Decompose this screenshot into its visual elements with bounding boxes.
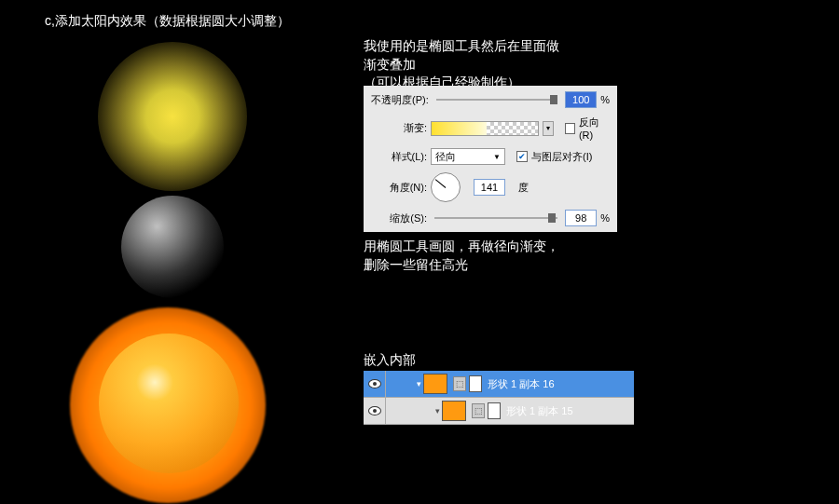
gray-highlight-sphere — [121, 196, 224, 298]
layer-thumbnail — [423, 374, 447, 394]
chevron-down-icon: ▼ — [493, 153, 501, 161]
scale-slider[interactable] — [434, 217, 557, 219]
style-row: 样式(L): 径向 ▼ ✔ 与图层对齐(I) — [364, 144, 617, 169]
gradient-dropdown-button[interactable]: ▾ — [543, 121, 555, 136]
reverse-checkbox[interactable] — [565, 123, 575, 134]
layer-row-1[interactable]: ▾ ⬚ 形状 1 副本 16 — [364, 371, 634, 398]
visibility-eye-icon[interactable] — [368, 379, 381, 388]
mask-thumbnail — [488, 402, 501, 419]
style-dropdown[interactable]: 径向 ▼ — [431, 148, 505, 165]
angle-unit: 度 — [518, 181, 529, 195]
style-value: 径向 — [435, 150, 456, 164]
yellow-glow-sphere — [98, 42, 247, 191]
layer-thumbnail — [442, 401, 466, 421]
scale-input[interactable]: 98 — [565, 210, 597, 226]
sun-core — [99, 334, 239, 473]
align-label: 与图层对齐(I) — [531, 150, 592, 164]
layer-row-2[interactable]: ▾ ⬚ 形状 1 副本 15 — [364, 398, 634, 425]
gradient-label: 渐变: — [371, 121, 427, 135]
reverse-label: 反向(R) — [579, 116, 610, 141]
angle-label: 角度(N): — [371, 181, 427, 195]
angle-dial[interactable] — [431, 172, 461, 202]
scale-unit: % — [600, 212, 610, 224]
section-title: c,添加太阳内效果（数据根据圆大小调整） — [45, 13, 290, 30]
gradient-overlay-panel: 不透明度(P): 100 % 渐变: ▾ 反向(R) 样式(L): 径向 ▼ ✔… — [364, 86, 617, 232]
mask-thumbnail — [469, 375, 482, 392]
clip-arrow-icon: ▾ — [433, 406, 442, 415]
opacity-row: 不透明度(P): 100 % — [364, 88, 617, 112]
align-checkbox[interactable]: ✔ — [516, 151, 528, 162]
scale-row: 缩放(S): 98 % — [364, 206, 617, 230]
opacity-slider[interactable] — [436, 99, 557, 101]
gradient-row: 渐变: ▾ 反向(R) — [364, 112, 617, 144]
layer-name-1: 形状 1 副本 16 — [488, 377, 555, 391]
description-3: 嵌入内部 — [364, 352, 416, 369]
scale-label: 缩放(S): — [371, 211, 427, 225]
link-icon[interactable]: ⬚ — [453, 376, 466, 391]
link-icon[interactable]: ⬚ — [472, 403, 485, 418]
description-2: 用椭圆工具画圆，再做径向渐变， 删除一些留住高光 — [364, 238, 559, 274]
opacity-input[interactable]: 100 — [565, 91, 597, 108]
description-1: 我使用的是椭圆工具然后在里面做 渐变叠加 （可以根据自己经验制作） — [364, 37, 559, 92]
gradient-preview[interactable] — [431, 121, 539, 136]
layers-panel: ▾ ⬚ 形状 1 副本 16 ▾ ⬚ 形状 1 副本 15 — [364, 371, 634, 425]
visibility-eye-icon[interactable] — [368, 406, 381, 415]
layer-name-2: 形状 1 副本 15 — [506, 404, 573, 418]
angle-row: 角度(N): 141 度 — [364, 169, 617, 206]
opacity-unit: % — [600, 94, 610, 105]
angle-input[interactable]: 141 — [474, 179, 505, 196]
clip-arrow-icon: ▾ — [414, 379, 423, 388]
style-label: 样式(L): — [371, 150, 427, 164]
opacity-label: 不透明度(P): — [371, 93, 429, 107]
